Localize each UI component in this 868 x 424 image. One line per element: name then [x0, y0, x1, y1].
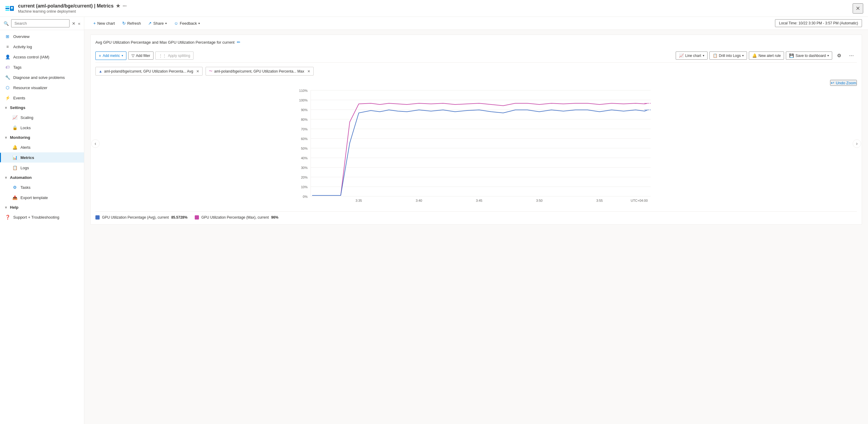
access-control-icon: 👤	[5, 54, 10, 60]
save-icon: 💾	[789, 53, 794, 58]
close-button[interactable]: ✕	[852, 3, 863, 13]
collapse-sidebar-icon[interactable]: «	[78, 21, 80, 26]
sidebar-item-tags[interactable]: 🏷Tags	[0, 62, 84, 72]
sidebar-item-export-template[interactable]: 📤Export template	[0, 192, 84, 203]
nav-section-automation-header[interactable]: ∨Automation	[0, 173, 84, 182]
metric-tag-close-avg-gpu[interactable]: ✕	[196, 69, 199, 73]
sidebar-item-support[interactable]: ❓Support + Troubleshooting	[0, 212, 84, 222]
page-subtitle: Machine learning online deployment	[18, 9, 852, 13]
splitting-icon: ⋮⋮	[159, 53, 166, 58]
sidebar-item-diagnose[interactable]: 🔧Diagnose and solve problems	[0, 72, 84, 83]
chart-prev-button[interactable]: ‹	[91, 140, 100, 148]
main-toolbar: + New chart ↻ Refresh ↗ Share ▾ ☺ Feedba…	[84, 17, 868, 30]
section-label: Monitoring	[10, 135, 30, 140]
svg-text:30%: 30%	[301, 166, 308, 170]
sidebar-nav: ⊞Overview≡Activity log👤Access control (I…	[0, 30, 84, 424]
section-label: Help	[10, 205, 18, 210]
settings-icon: ⚙	[837, 53, 841, 58]
new-alert-rule-button[interactable]: 🔔 New alert rule	[749, 52, 784, 60]
nav-item-label: Support + Troubleshooting	[13, 215, 59, 219]
sidebar-item-scaling[interactable]: 📈Scaling	[0, 112, 84, 123]
sidebar-item-metrics[interactable]: 📊Metrics	[0, 152, 84, 162]
favorite-star[interactable]: ★	[116, 3, 120, 9]
sidebar-item-resource-visualizer[interactable]: ⬡Resource visualizer	[0, 83, 84, 93]
page-title-text: current (aml-poland/bge/current) | Metri…	[18, 3, 114, 9]
max-gpu-line	[312, 103, 648, 195]
resource-visualizer-icon: ⬡	[5, 85, 10, 90]
chevron-icon: ∨	[5, 106, 7, 109]
avg-gpu-line	[312, 110, 648, 195]
chevron-icon: ∨	[5, 136, 7, 139]
sidebar-item-tasks[interactable]: ⚙Tasks	[0, 182, 84, 192]
metric-icon: ▲	[99, 69, 102, 73]
search-icon: 🔍	[4, 21, 9, 26]
chart-next-button[interactable]: ›	[852, 140, 861, 148]
plus-icon: +	[99, 53, 101, 58]
chart-toolbar-right: 📈 Line chart ▾ 📋 Drill into Logs ▾ 🔔	[676, 51, 857, 60]
more-options-icon[interactable]: ···	[123, 3, 126, 9]
alert-icon: 🔔	[752, 53, 757, 58]
chart-edit-icon[interactable]: ✏	[237, 40, 241, 44]
drill-into-logs-button[interactable]: 📋 Drill into Logs ▾	[709, 52, 747, 60]
nav-item-label: Events	[13, 96, 25, 100]
add-metric-chevron-icon[interactable]: ▾	[122, 54, 123, 57]
metric-tag-label: aml-poland/bge/current, GPU Utilization …	[214, 69, 304, 73]
sidebar-item-overview[interactable]: ⊞Overview	[0, 31, 84, 41]
nav-section-monitoring-header[interactable]: ∨Monitoring	[0, 133, 84, 142]
nav-item-label: Logs	[21, 165, 29, 170]
apply-splitting-button[interactable]: ⋮⋮ Apply splitting	[155, 52, 193, 60]
diagnose-icon: 🔧	[5, 75, 10, 80]
svg-rect-2	[5, 10, 9, 11]
drill-into-logs-label: Drill into Logs	[719, 54, 741, 58]
metric-tag-close-max-gpu[interactable]: ✕	[307, 69, 310, 73]
time-range-button[interactable]: Local Time: 10/22 3:30 PM - 3:57 PM (Aut…	[775, 19, 862, 27]
chart-more-button[interactable]: ⋯	[846, 51, 857, 60]
line-chart-button[interactable]: 📈 Line chart ▾	[676, 52, 708, 60]
save-to-dashboard-label: Save to dashboard	[796, 54, 826, 58]
nav-item-label: Export template	[21, 195, 48, 200]
line-chart-label: Line chart	[685, 54, 701, 58]
add-filter-button[interactable]: ▽ Add filter	[128, 52, 154, 60]
chart-card: Avg GPU Utilization Percentage and Max G…	[90, 35, 862, 225]
events-icon: ⚡	[5, 95, 10, 100]
filter-icon: ▽	[131, 53, 134, 58]
metrics-icon: 📊	[12, 155, 18, 160]
svg-text:3:45: 3:45	[476, 199, 482, 202]
nav-section-settings-header[interactable]: ∨Settings	[0, 103, 84, 112]
feedback-button[interactable]: ☺ Feedback ▾	[171, 19, 203, 27]
nav-item-label: Locks	[21, 126, 31, 130]
sidebar-item-access-control[interactable]: 👤Access control (IAM)	[0, 52, 84, 62]
refresh-button[interactable]: ↻ Refresh	[119, 19, 144, 27]
page-title: current (aml-poland/bge/current) | Metri…	[18, 3, 852, 9]
chevron-icon: ∨	[5, 206, 7, 209]
svg-text:70%: 70%	[301, 127, 308, 131]
add-metric-button[interactable]: + Add metric ▾	[95, 52, 126, 60]
save-to-dashboard-button[interactable]: 💾 Save to dashboard ▾	[786, 52, 832, 60]
search-clear-icon[interactable]: ✕	[72, 21, 75, 26]
refresh-icon: ↻	[122, 21, 126, 26]
chart-area: ↩ Undo Zoom 110% 100% 90%	[95, 80, 857, 207]
search-input[interactable]	[11, 19, 69, 27]
legend-color-max	[195, 215, 199, 219]
chart-settings-button[interactable]: ⚙	[834, 51, 844, 60]
svg-text:90%: 90%	[301, 108, 308, 112]
share-button[interactable]: ↗ Share ▾	[145, 19, 170, 27]
sidebar-item-events[interactable]: ⚡Events	[0, 93, 84, 103]
metric-tag-max-gpu: 〜 aml-poland/bge/current, GPU Utilizatio…	[206, 67, 314, 75]
new-chart-button[interactable]: + New chart	[90, 19, 118, 27]
sidebar-item-activity-log[interactable]: ≡Activity log	[0, 41, 84, 52]
chart-title: Avg GPU Utilization Percentage and Max G…	[95, 40, 235, 44]
chart-svg: 110% 100% 90% 80% 70%	[95, 83, 857, 203]
sidebar-item-alerts[interactable]: 🔔Alerts	[0, 142, 84, 152]
share-icon: ↗	[148, 21, 152, 26]
legend-label-max: GPU Utilization Percentage (Max), curren…	[202, 215, 269, 219]
feedback-label: Feedback	[180, 21, 197, 26]
legend-item-max: GPU Utilization Percentage (Max), curren…	[195, 215, 278, 219]
plus-icon: +	[93, 21, 96, 26]
sidebar-item-locks[interactable]: 🔒Locks	[0, 123, 84, 133]
legend-value-avg: 85.5728%	[171, 215, 187, 219]
title-bar: current (aml-poland/bge/current) | Metri…	[0, 0, 868, 17]
nav-section-help-header[interactable]: ∨Help	[0, 203, 84, 212]
sidebar-item-logs[interactable]: 📋Logs	[0, 162, 84, 173]
section-label: Settings	[10, 105, 25, 110]
